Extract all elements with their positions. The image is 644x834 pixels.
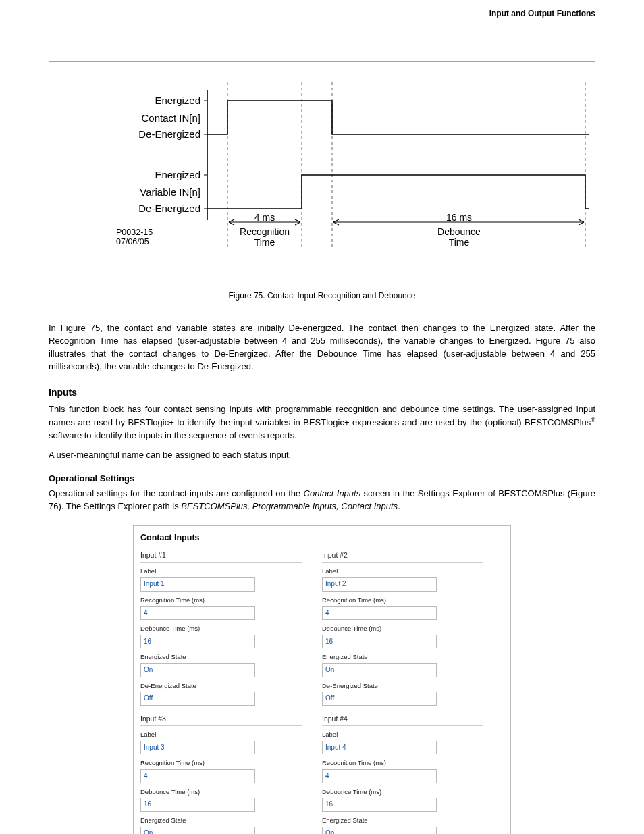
input1-debounce-field[interactable]: 16	[140, 635, 255, 649]
input2-energized-field[interactable]: On	[322, 663, 437, 677]
intro-paragraph: In Figure 75, the contact and variable s…	[49, 322, 595, 373]
svg-text:Time: Time	[449, 237, 470, 248]
svg-text:16 ms: 16 ms	[446, 212, 472, 223]
timing-diagram-svg: Energized Contact IN[n] De-Energized Ene…	[49, 70, 595, 266]
svg-text:Energized: Energized	[155, 95, 200, 106]
svg-text:Variable IN[n]: Variable IN[n]	[140, 186, 200, 198]
shot-title: Contact Inputs	[134, 526, 510, 550]
input4-recognition-field[interactable]: 4	[322, 769, 437, 783]
svg-text:4 ms: 4 ms	[254, 212, 275, 223]
input-block-1: Input #1 Label Input 1 Recognition Time …	[140, 550, 322, 706]
inputs-heading: Inputs	[49, 386, 595, 399]
input4-debounce-field[interactable]: 16	[322, 798, 437, 812]
input1-energized-field[interactable]: On	[140, 663, 255, 677]
inputs-paragraph-1: This function block has four contact sen…	[49, 403, 595, 442]
input2-debounce-field[interactable]: 16	[322, 635, 437, 649]
svg-text:07/06/05: 07/06/05	[116, 237, 149, 246]
input-block-2: Input #2 Label Input 2 Recognition Time …	[322, 550, 504, 706]
svg-text:Contact IN[n]: Contact IN[n]	[141, 112, 200, 124]
svg-text:De-Energized: De-Energized	[138, 203, 200, 214]
input2-recognition-field[interactable]: 4	[322, 606, 437, 621]
op-settings-paragraph: Operational settings for the contact inp…	[49, 488, 595, 513]
input3-energized-field[interactable]: On	[140, 827, 255, 834]
input-block-3: Input #3 Label Input 3 Recognition Time …	[140, 714, 322, 834]
page-header-right: Input and Output Functions	[489, 8, 595, 20]
svg-text:Recognition: Recognition	[240, 226, 290, 237]
input2-deenergized-field[interactable]: Off	[322, 692, 437, 706]
svg-text:Energized: Energized	[155, 169, 200, 180]
input4-label-field[interactable]: Input 4	[322, 741, 437, 755]
input1-deenergized-field[interactable]: Off	[140, 692, 255, 706]
svg-text:Time: Time	[254, 237, 275, 248]
input-block-4: Input #4 Label Input 4 Recognition Time …	[322, 714, 504, 834]
svg-text:Debounce: Debounce	[437, 226, 481, 237]
inputs-paragraph-2: A user-meaningful name can be assigned t…	[49, 449, 595, 462]
input3-debounce-field[interactable]: 16	[140, 798, 255, 812]
input3-label-field[interactable]: Input 3	[140, 741, 255, 755]
svg-text:De-Energized: De-Energized	[138, 128, 200, 140]
timing-diagram: Energized Contact IN[n] De-Energized Ene…	[49, 70, 595, 270]
contact-inputs-screenshot: Contact Inputs Input #1 Label Input 1 Re…	[133, 525, 511, 834]
input1-recognition-field[interactable]: 4	[140, 606, 255, 621]
input1-label-field[interactable]: Input 1	[140, 577, 255, 592]
input3-recognition-field[interactable]: 4	[140, 769, 255, 783]
figure-caption-75: Figure 75. Contact Input Recognition and…	[49, 290, 595, 302]
input4-energized-field[interactable]: On	[322, 827, 437, 834]
input2-label-field[interactable]: Input 2	[322, 577, 437, 592]
op-settings-heading: Operational Settings	[49, 473, 595, 486]
top-rule	[49, 61, 595, 62]
svg-text:P0032-15: P0032-15	[116, 228, 153, 237]
